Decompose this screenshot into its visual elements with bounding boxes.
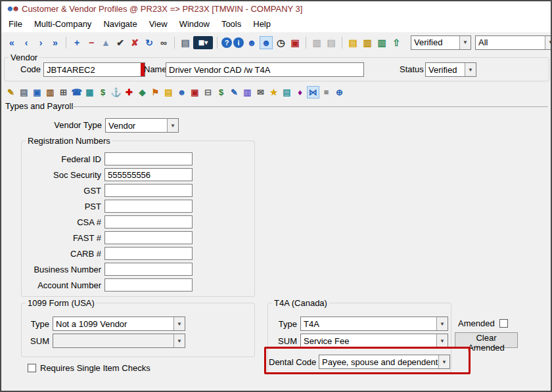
code-input[interactable] [43, 62, 145, 77]
clipboard-icon[interactable]: ▤ [281, 86, 293, 98]
dental-code-dropdown[interactable]: Payee, spouse and dependent chi [319, 355, 450, 369]
badge-icon[interactable]: ♦ [294, 86, 306, 98]
fast-input[interactable] [104, 231, 193, 244]
account-number-input[interactable] [104, 278, 193, 292]
form-1099-group: 1099 Form (USA) Type Not a 1099 Vendor S… [21, 303, 255, 357]
print-icon[interactable]: ▤ [179, 36, 192, 49]
status-dropdown[interactable]: Verified [425, 62, 476, 77]
ledger-icon[interactable]: ▥ [361, 36, 374, 49]
gst-input[interactable] [104, 184, 193, 197]
menu-multi-company[interactable]: Multi-Company [28, 16, 97, 32]
profile-toolbar: ✎▤▣▥⊞☎▦$⚓✚◆⚑▤☻▣⊟$✎▥✉★▤♦⋈≡⊕ [1, 84, 551, 100]
business-number-input[interactable] [104, 263, 193, 276]
amended-label: Amended [458, 318, 495, 328]
edit-note-icon[interactable]: ✎ [5, 86, 17, 98]
dropdown-arrow-icon[interactable] [173, 317, 185, 330]
pst-input[interactable] [104, 200, 193, 213]
star-icon[interactable]: ★ [267, 86, 280, 98]
verified-filter-dropdown[interactable]: Verified [411, 35, 471, 50]
mail-icon[interactable]: ✉ [254, 86, 267, 98]
pencil-icon[interactable]: ✎ [228, 86, 241, 98]
save-icon[interactable]: ▣ [31, 86, 43, 98]
table-row: FAST # [22, 231, 254, 244]
help-icon[interactable]: ? [221, 37, 232, 48]
menu-help[interactable]: Help [247, 16, 277, 32]
dropdown-arrow-icon[interactable] [459, 36, 471, 49]
binoculars-icon[interactable]: ∞ [157, 36, 170, 49]
dropdown-arrow-icon[interactable] [436, 317, 448, 330]
menu-view[interactable]: View [143, 16, 173, 32]
user-icon[interactable]: ☻ [245, 36, 258, 49]
csa-input[interactable] [104, 215, 193, 229]
soc-security-input[interactable] [104, 168, 193, 181]
registration-group-label: Registration Numbers [26, 136, 112, 146]
list-icon[interactable]: ≡ [320, 86, 333, 98]
form-1099-type-dropdown[interactable]: Not a 1099 Vendor [53, 316, 185, 331]
menu-file[interactable]: File [3, 16, 28, 32]
prev-record-icon[interactable]: ‹ [20, 36, 33, 49]
cancel-icon[interactable]: ✘ [128, 36, 141, 49]
dropdown-arrow-icon[interactable] [465, 63, 476, 76]
main-toolbar: «‹›»+−▲✔✘↻∞▤▦▾?i☻☻◷▣▥▤▤▥▥⇧ Verified All [1, 32, 551, 53]
dropdown-arrow-icon[interactable] [436, 334, 448, 347]
vendor-type-dropdown[interactable]: Vendor [105, 118, 179, 133]
amended-checkbox[interactable] [499, 319, 508, 328]
first-record-icon[interactable]: « [5, 36, 18, 49]
delete-record-icon[interactable]: − [85, 36, 98, 49]
dollar-icon[interactable]: $ [215, 86, 227, 98]
notepad-icon[interactable]: ▤ [346, 36, 359, 49]
medical-icon[interactable]: ✚ [123, 86, 135, 98]
clear-amended-button[interactable]: Clear Amended [455, 332, 518, 348]
add-record-icon[interactable]: + [70, 36, 83, 49]
view-selector-button[interactable]: ▦▾ [193, 36, 213, 49]
requires-single-item-checks-checkbox[interactable] [28, 364, 36, 372]
print-icon[interactable]: ▤ [18, 86, 30, 98]
next-record-icon[interactable]: › [34, 36, 47, 49]
report-icon[interactable]: ▤ [325, 36, 338, 49]
menu-navigate[interactable]: Navigate [97, 16, 143, 32]
globe-icon[interactable]: ⊕ [333, 86, 346, 98]
droplet-icon[interactable]: ◆ [136, 86, 149, 98]
requires-checks-row: Requires Single Item Checks [28, 363, 150, 373]
chart-icon[interactable]: ▥ [241, 86, 254, 98]
toolbox-icon[interactable]: ▣ [189, 86, 201, 98]
upload-icon[interactable]: ⇧ [390, 36, 403, 49]
dropdown-arrow-icon[interactable] [167, 119, 178, 132]
t4a-type-dropdown[interactable]: T4A [300, 316, 448, 331]
active-user-icon[interactable]: ☻ [260, 36, 273, 49]
collapse-icon[interactable]: ▲ [99, 36, 112, 49]
last-record-icon[interactable]: » [49, 36, 62, 49]
app-window: ☻☻ Customer & Vendor Profiles @ PR23X =>… [0, 0, 552, 392]
t4a-group-label: T4A (Canada) [272, 298, 329, 308]
carb-input[interactable] [104, 247, 193, 260]
anchor-icon[interactable]: ⚓ [110, 86, 122, 98]
menu-window[interactable]: Window [173, 16, 216, 32]
dropdown-arrow-icon[interactable] [438, 355, 449, 368]
t4a-sum-dropdown[interactable]: Service Fee [300, 334, 448, 348]
form-1099-sum-dropdown [53, 334, 185, 348]
cards-icon[interactable]: ⊟ [202, 86, 214, 98]
money-icon[interactable]: $ [97, 86, 109, 98]
table-icon[interactable]: ▦ [83, 86, 96, 98]
network-icon[interactable]: ⋈ [307, 86, 319, 98]
refresh-icon[interactable]: ↻ [143, 36, 156, 49]
federal-id-input[interactable] [104, 152, 193, 165]
clock-icon[interactable]: ◷ [274, 36, 287, 49]
notepad-icon[interactable]: ▤ [162, 86, 175, 98]
all-filter-dropdown[interactable]: All [475, 35, 552, 50]
menu-tools[interactable]: Tools [216, 16, 247, 32]
account-number-label: Account Number [22, 280, 104, 290]
calculator-icon[interactable]: ⊞ [57, 86, 70, 98]
gst-label: GST [22, 186, 104, 196]
toolbox-icon[interactable]: ▣ [288, 36, 302, 49]
dropdown-arrow-icon[interactable] [545, 36, 552, 49]
people-icon[interactable]: ☻ [175, 86, 188, 98]
book-export-icon[interactable]: ▥ [375, 36, 388, 49]
save-check-icon[interactable]: ✔ [114, 36, 127, 49]
chart-icon[interactable]: ▥ [310, 36, 323, 49]
info-icon[interactable]: i [233, 37, 244, 48]
name-input[interactable] [166, 62, 364, 77]
flag-icon[interactable]: ⚑ [149, 86, 162, 98]
books-icon[interactable]: ▥ [44, 86, 57, 98]
phone-icon[interactable]: ☎ [70, 86, 83, 98]
